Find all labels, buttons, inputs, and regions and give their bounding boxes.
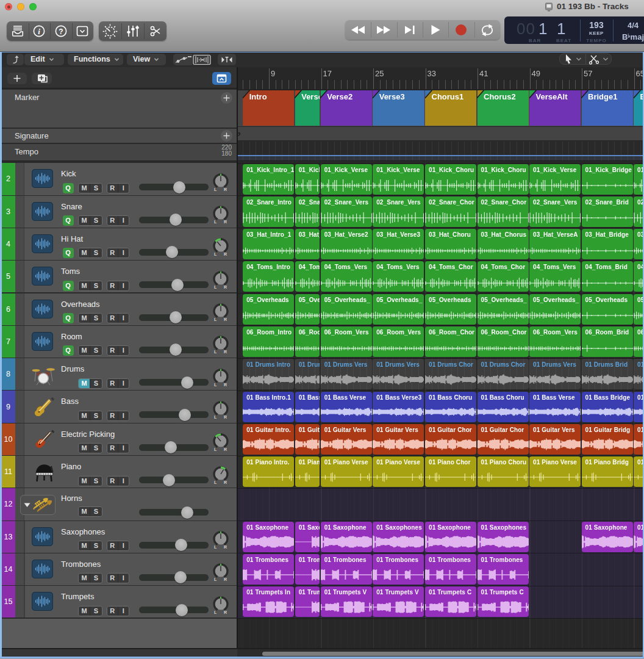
svg-text:?: ? [59, 27, 63, 36]
svg-text:i: i [38, 27, 40, 36]
